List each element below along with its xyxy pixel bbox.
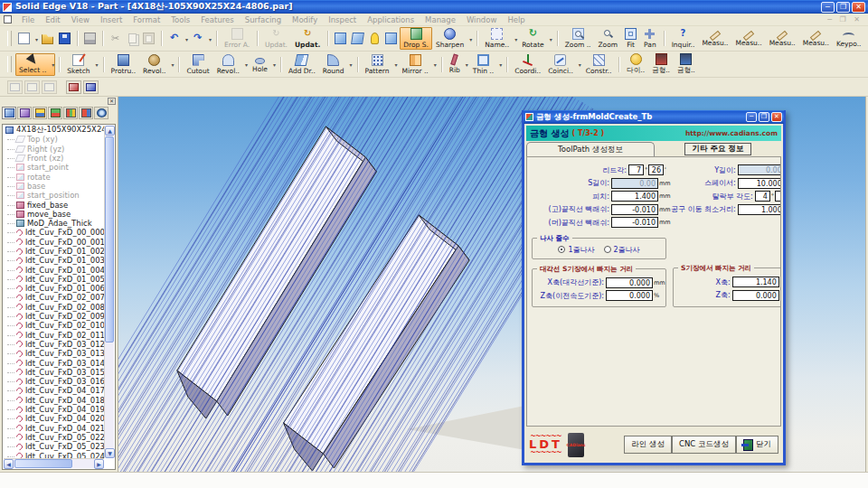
edgebar-tab[interactable] [2, 107, 16, 119]
toolbar-button[interactable]: Pan [640, 27, 660, 50]
tree-item[interactable]: ldt_Cuv_FxD_05_022 [4, 433, 104, 442]
toolbar-button[interactable]: Zoom .. [561, 27, 595, 50]
feature-toolbar-button[interactable]: Round [319, 53, 354, 76]
menu-item[interactable]: Modify [287, 15, 323, 24]
tree-item[interactable]: ldt_Cuv_FxD_04_020 [4, 414, 104, 423]
toolbar-button[interactable]: Measu.. [698, 27, 731, 50]
tree-item[interactable]: ldt_Cuv_FxD_05_023 [4, 442, 104, 451]
toolbar-button[interactable] [366, 27, 382, 50]
diag-z-field[interactable]: 0.000 [606, 290, 653, 301]
tree-item[interactable]: ldt_Cuv_FxD_03_013 [4, 349, 104, 358]
feature-toolbar-button[interactable]: Cutout [183, 53, 212, 76]
toolbar-button[interactable] [332, 27, 349, 50]
tree-item[interactable]: ldt_Cuv_FxD_02_009 [4, 312, 104, 321]
spacer-field[interactable]: 10.000 [738, 178, 781, 189]
menu-item[interactable]: Manage [420, 15, 461, 24]
feature-toolbar-button[interactable]: Mirror .. [399, 53, 438, 76]
edgebar-tab[interactable] [94, 107, 108, 119]
menu-item[interactable]: Inspect [323, 15, 362, 24]
toolbar-button[interactable]: Fit [621, 27, 640, 50]
close-dialog-button[interactable]: 닫기 [736, 436, 778, 454]
edgebar-close-icon[interactable]: ✕ [108, 98, 116, 105]
restore-button[interactable]: ❐ [836, 2, 850, 13]
toolbar-button[interactable]: Updat. [261, 27, 291, 50]
s-z-field[interactable]: 0.000 [732, 290, 779, 301]
mini-toolbar-button[interactable] [7, 80, 23, 94]
toolbar-button[interactable] [165, 27, 189, 50]
tree-vertical-scrollbar[interactable]: ▲ ▼ [104, 126, 114, 458]
menu-item[interactable]: View [66, 15, 95, 24]
feature-toolbar-button[interactable]: 금형.. [648, 53, 674, 76]
feature-toolbar-button[interactable]: Constr.. [582, 53, 616, 76]
menu-item[interactable]: Applications [362, 15, 420, 24]
feature-toolbar-button[interactable]: Protru.. [108, 53, 139, 76]
toolbar-button[interactable]: Name.. [481, 27, 518, 50]
edgebar-tab[interactable] [79, 107, 93, 119]
mini-toolbar-button[interactable] [66, 80, 81, 94]
backlash-lo-field[interactable]: -0.010 [611, 217, 658, 228]
tree-item[interactable]: start_point [4, 163, 104, 172]
tree-item[interactable]: ldt_Cuv_FxD_04_017 [4, 386, 104, 395]
toolbar-button[interactable] [81, 27, 99, 50]
diag-x-field[interactable]: 0.000 [606, 277, 653, 288]
tree-item[interactable]: ldt_Cuv_FxD_04_021 [4, 424, 104, 433]
toolbar-button[interactable]: Drop S. [400, 27, 432, 50]
scroll-down-icon[interactable]: ▼ [105, 448, 115, 458]
dialog-minimize-button[interactable]: ─ [746, 112, 757, 122]
pitch-field[interactable]: 1.400 [611, 191, 658, 202]
toolbar-button[interactable] [15, 27, 39, 50]
menu-item[interactable]: Tools [165, 15, 195, 24]
scroll-left-icon[interactable]: ◀ [4, 459, 14, 469]
menu-item[interactable]: Window [461, 15, 503, 24]
feature-toolbar-button[interactable]: Rib [446, 53, 469, 76]
tree-item[interactable]: ldt_Cuv_FxD_01_002 [4, 247, 104, 256]
dialog-close-button[interactable]: ✕ [771, 112, 782, 122]
lead-angle-min-field[interactable]: 26 [648, 164, 664, 175]
toolbar-button[interactable] [107, 27, 124, 50]
tree-item[interactable]: rotate [4, 172, 104, 181]
dialog-maximize-button[interactable]: ❐ [759, 112, 769, 122]
feature-toolbar-button[interactable]: 금형.. [674, 53, 699, 76]
feature-toolbar-button[interactable]: Select .. [15, 53, 55, 76]
mini-toolbar-button[interactable] [42, 80, 57, 94]
toolbar-button[interactable]: Inquir.. [668, 27, 699, 50]
tree-item[interactable]: ldt_Cuv_FxD_03_015 [4, 368, 104, 377]
menu-item[interactable]: Edit [40, 15, 65, 24]
menu-item[interactable]: File [16, 15, 40, 24]
tree-horizontal-scrollbar[interactable]: ◀ ▶ [4, 458, 104, 468]
tree-item[interactable]: Top (xy) [4, 135, 104, 144]
toolbar-button[interactable]: Keypo.. [833, 27, 865, 50]
lead-angle-deg-field[interactable]: 7 [628, 164, 644, 175]
menu-item[interactable]: Insert [95, 15, 127, 24]
radio-dot-icon[interactable] [604, 246, 611, 253]
toolbar-button[interactable] [124, 27, 140, 50]
drop-angle-min-field[interactable]: 0 [775, 191, 781, 202]
tree-item[interactable]: ldt_Cuv_FxD_00_000 [4, 228, 104, 237]
feature-toolbar-button[interactable]: Coordi.. [511, 53, 544, 76]
tab-toolpath-info[interactable]: ToolPath 생성정보 [526, 142, 655, 156]
toolbar-button[interactable]: Sharpen [432, 27, 473, 50]
tool-min-distance-field[interactable]: 1.000 [738, 204, 781, 215]
edgebar-tab[interactable] [17, 107, 32, 119]
cnc-code-create-button[interactable]: CNC 코드생성 [672, 436, 736, 454]
menu-item[interactable]: Format [127, 15, 165, 24]
toolbar-button[interactable] [56, 27, 73, 50]
radio-single-thread[interactable]: 1줄나사 [558, 245, 594, 255]
radio-dot-icon[interactable] [558, 246, 565, 253]
close-button[interactable]: ✕ [852, 2, 865, 13]
tree-item[interactable]: Front (xz) [4, 154, 104, 163]
scroll-up-icon[interactable]: ▲ [105, 126, 115, 136]
toolbar-button[interactable]: Measu.. [766, 27, 799, 50]
scroll-thumb[interactable] [105, 136, 114, 343]
tree-item[interactable]: ldt_Cuv_FxD_05_024 [4, 451, 104, 458]
feature-toolbar-button[interactable]: Sketch [63, 53, 99, 76]
tree-item[interactable]: ldt_Cuv_FxD_02_008 [4, 303, 104, 312]
tree-item[interactable]: ldt_Cuv_FxD_01_005 [4, 275, 104, 284]
minimize-button[interactable]: ─ [821, 2, 835, 13]
s-x-field[interactable]: 1.140 [732, 277, 779, 287]
toolbar-button[interactable] [140, 27, 157, 50]
mini-toolbar-button[interactable] [83, 80, 99, 94]
menu-item[interactable]: Help [502, 15, 530, 24]
scroll-thumb[interactable] [14, 459, 72, 468]
tree-item[interactable]: base [4, 182, 104, 191]
